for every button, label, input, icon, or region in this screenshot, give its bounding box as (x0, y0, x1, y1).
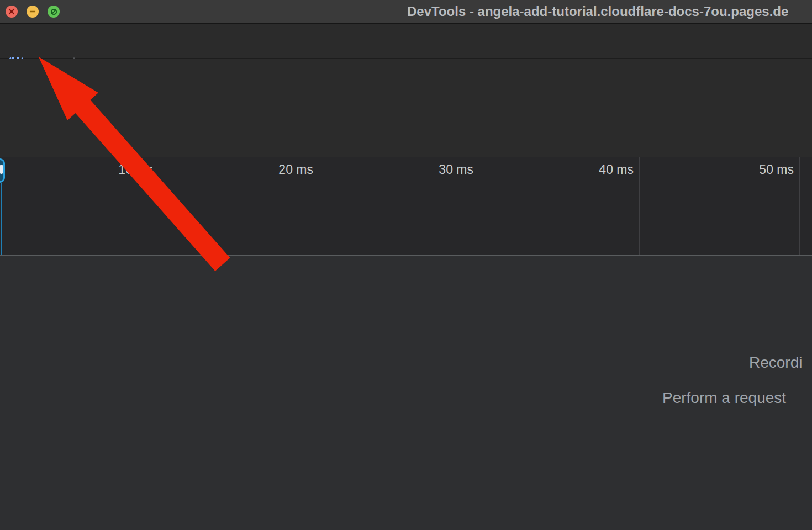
timeline-tick-40ms: 40 ms (526, 162, 634, 177)
empty-state-recording-text: Recordi (749, 354, 802, 372)
timeline-tick-20ms: 20 ms (205, 162, 313, 177)
zoom-window-button[interactable] (48, 6, 60, 18)
network-filter-bar: Invert Hide data URLs Hide extension URL… (0, 94, 812, 157)
minimize-window-button[interactable] (27, 6, 39, 18)
timeline-tick-50ms: 50 ms (686, 162, 794, 177)
timeline-gridline (479, 157, 479, 255)
prohibited-icon (50, 8, 57, 15)
network-toolbar: Preserve log Disable cache No throttling (0, 59, 812, 94)
timeline-gridline (319, 157, 319, 255)
empty-state-perform-text: Perform a request (662, 389, 786, 407)
devtools-window: DevTools - angela-add-tutorial.cloudflar… (0, 0, 812, 530)
timeline-marker-inner (0, 165, 3, 174)
timeline-gridline (639, 157, 640, 255)
close-icon (8, 8, 15, 15)
requests-empty-area: Recordi Perform a request (0, 256, 812, 530)
timeline-marker-line (1, 183, 2, 255)
title-bar: DevTools - angela-add-tutorial.cloudflar… (0, 0, 812, 24)
timeline-tick-30ms: 30 ms (366, 162, 473, 177)
minimize-icon (29, 8, 36, 15)
timeline-tick-10ms: 10 ms (45, 162, 153, 177)
timeline-gridline (159, 157, 159, 255)
close-window-button[interactable] (6, 6, 18, 18)
timeline-gridline (799, 157, 800, 255)
window-title: DevTools - angela-add-tutorial.cloudflar… (407, 4, 788, 19)
devtools-tab-bar: Console Network Sources Performance Memo… (0, 24, 812, 59)
